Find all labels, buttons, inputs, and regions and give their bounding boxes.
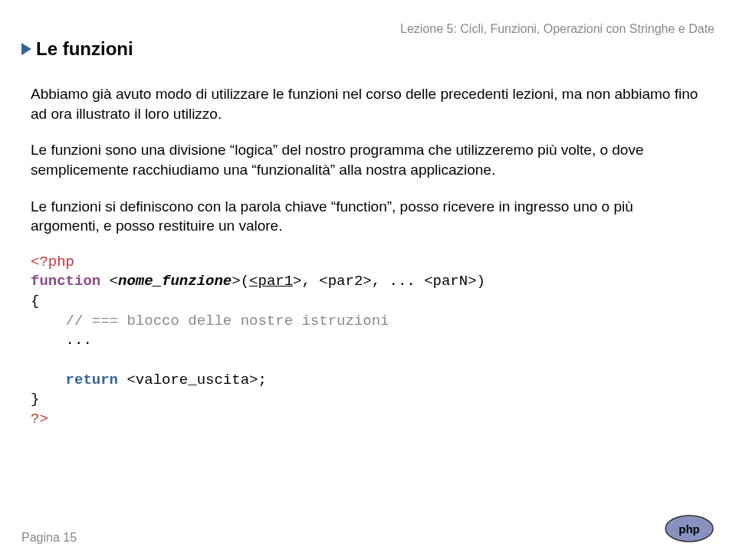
footer: Pagina 15 php — [21, 513, 715, 545]
function-name: nome_funzione — [118, 273, 232, 290]
return-value: <valore_uscita> — [127, 372, 258, 388]
brace-open: { — [31, 293, 39, 309]
lesson-header: Lezione 5: Cicli, Funzioni, Operazioni c… — [400, 22, 715, 36]
triangle-bullet-icon — [21, 43, 31, 55]
section-title-row: Le funzioni — [21, 38, 133, 60]
param-n: <parN> — [424, 273, 476, 290]
keyword-return: return — [66, 372, 118, 388]
code-comment: // === blocco delle nostre istruzioni — [66, 313, 389, 329]
php-logo-icon: php — [664, 513, 715, 545]
brace-close: } — [31, 391, 39, 408]
param-1: <par1 — [249, 273, 293, 290]
page-number: Pagina 15 — [21, 531, 77, 545]
keyword-function: function — [31, 273, 100, 290]
php-open-tag: <?php — [31, 254, 74, 270]
paragraph-3: Le funzioni si definiscono con la parola… — [31, 197, 705, 236]
paragraph-1: Abbiamo già avuto modo di utilizzare le … — [31, 84, 705, 123]
code-ellipsis: ... — [66, 332, 92, 349]
param-2: <par2> — [319, 273, 371, 290]
code-block: <?php function <nome_funzione>(<par1>, <… — [31, 253, 705, 430]
content-body: Abbiamo già avuto modo di utilizzare le … — [31, 84, 705, 430]
svg-text:php: php — [678, 522, 700, 535]
paragraph-2: Le funzioni sono una divisione “logica” … — [31, 140, 705, 179]
php-close-tag: ?> — [31, 411, 48, 427]
section-title: Le funzioni — [36, 38, 133, 60]
